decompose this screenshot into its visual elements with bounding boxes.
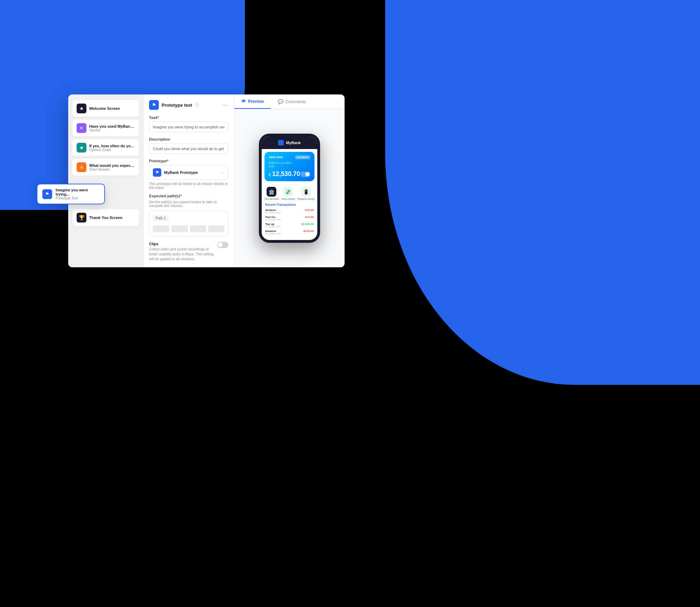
send-icon: 💸 (283, 187, 293, 197)
tab-comments[interactable]: 💬 Comments (271, 94, 313, 109)
request-icon: 📱 (301, 187, 311, 197)
transactions-section: Recent Transactions Amazoo 25 October 20… (262, 203, 317, 240)
how-often-icon: ★ (77, 143, 86, 153)
main-container: ★ Welcome Screen ✕ Have you used MyBank … (68, 94, 345, 267)
prototype-hint: This prototype will be linked to all mis… (149, 182, 228, 190)
prototype-name: MyBank Prototype (164, 170, 218, 175)
t4-name: Amazoo (265, 230, 281, 233)
path-placeholder-3 (190, 225, 206, 232)
request-label: Request money (297, 198, 314, 200)
currency-symbol: $ (269, 173, 271, 177)
t4-amount: -$235.00 (303, 230, 314, 235)
expected-paths-label: Expected path(s)* (149, 194, 228, 198)
floating-card-title: Imagine you were trying... (56, 188, 99, 196)
prototype-row[interactable]: ⚑ MyBank Prototype ··· (149, 165, 228, 180)
path-tag: Path 1 (153, 215, 169, 221)
expected-paths-hint: Set the path(s) you expect testers to ta… (149, 200, 228, 208)
preview-tabs: 👁 Preview 💬 Comments (234, 94, 345, 109)
prototype-label: Prototype* (149, 159, 228, 163)
app-logo (278, 140, 284, 146)
card-brand: MazeBank (295, 155, 310, 159)
flow-sidebar: ★ Welcome Screen ✕ Have you used MyBank … (68, 94, 143, 267)
flow-item-what-would[interactable]: ≡ What would you expect... Short Answer (72, 159, 139, 176)
tab-preview[interactable]: 👁 Preview (234, 94, 271, 109)
prototype-icon: ⚑ (153, 168, 161, 177)
quick-action-request[interactable]: 📱 Request money (297, 187, 314, 200)
middle-panel: ⚑ Prototype test ⓘ ··· Task* Description… (143, 94, 234, 267)
clips-desc: Collect video and screen recordings of t… (149, 247, 214, 262)
what-would-icon: ≡ (77, 162, 86, 172)
transaction-3: Top up 21 October 2022 $1,999.00 (265, 223, 314, 228)
clips-row: Clips Collect video and screen recording… (149, 242, 228, 262)
t3-amount: $1,999.00 (301, 223, 314, 228)
bank-card: Jane Doe MazeBank 8765 •••• •••• 4321 01… (264, 152, 314, 181)
card-name: Jane Doe (269, 155, 283, 159)
have-you-used-title: Have you used MyBank b... (89, 124, 135, 128)
flow-item-have-you-used[interactable]: ✕ Have you used MyBank b... Yes/No (72, 120, 139, 136)
path-placeholder-4 (208, 225, 225, 232)
thank-you-icon: 🏆 (77, 213, 86, 223)
t2-date: 23 October 2022 (265, 219, 281, 221)
floating-card-subtitle: Prototype Test (56, 196, 99, 200)
t2-amount: -$13.60 (304, 216, 314, 221)
right-panel: 👁 Preview 💬 Comments MyBank Jane (234, 94, 345, 267)
what-would-title: What would you expect... (89, 163, 135, 168)
prototype-more-button[interactable]: ··· (220, 170, 225, 175)
quick-action-account[interactable]: 🏦 Your Account (264, 187, 279, 200)
send-label: Send money (281, 198, 295, 200)
flow-item-thank-you[interactable]: 🏆 Thank You Screen (72, 209, 139, 226)
transaction-1: Amazoo 25 October 2022 -$79.00 (265, 209, 314, 214)
app-name: MyBank (286, 141, 300, 145)
card-toggle-knob (305, 172, 310, 176)
what-would-subtitle: Short Answer (89, 168, 135, 171)
toggle-knob (218, 242, 223, 247)
card-expiry: 01/27 (269, 165, 310, 168)
info-icon: ⓘ (195, 102, 199, 108)
card-number: 8765 •••• •••• 4321 (269, 161, 310, 164)
flow-item-welcome[interactable]: ★ Welcome Screen (72, 100, 139, 117)
floating-active-card[interactable]: ⚑ Imagine you were trying... Prototype T… (37, 184, 105, 204)
account-icon: 🏦 (267, 187, 276, 197)
paths-box[interactable]: Path 1 (149, 211, 228, 236)
clips-title: Clips (149, 242, 214, 246)
transaction-2: Taxi Co. 23 October 2022 -$13.60 (265, 216, 314, 221)
bg-blob-right (385, 0, 700, 385)
card-toggle[interactable] (300, 171, 310, 177)
panel-title: Prototype test (162, 103, 192, 108)
preview-icon: 👁 (241, 99, 246, 104)
path-placeholder-2 (171, 225, 188, 232)
have-you-used-icon: ✕ (77, 123, 86, 133)
thank-you-title: Thank You Screen (89, 216, 135, 220)
more-menu-button[interactable]: ··· (222, 101, 228, 109)
have-you-used-subtitle: Yes/No (89, 128, 135, 132)
transactions-title: Recent Transactions (265, 203, 314, 206)
task-label: Task* (149, 115, 228, 120)
how-often-subtitle: Opinion Scale (89, 148, 135, 152)
t1-date: 25 October 2022 (265, 212, 281, 214)
t1-name: Amazoo (265, 209, 281, 212)
t3-name: Top up (265, 223, 281, 226)
phone-mockup: MyBank Jane Doe MazeBank 8765 •••• •••• … (259, 134, 320, 243)
t1-amount: -$79.00 (304, 209, 314, 214)
panel-header: ⚑ Prototype test ⓘ ··· (149, 100, 228, 110)
welcome-icon: ★ (77, 104, 86, 113)
clips-toggle[interactable] (217, 242, 228, 248)
description-label: Description (149, 137, 228, 141)
how-often-title: If yes, how often do you... (89, 144, 135, 148)
account-label: Your Account (264, 198, 279, 200)
welcome-title: Welcome Screen (89, 106, 135, 111)
card-balance: 12,530.70 (272, 170, 300, 177)
preview-content: MyBank Jane Doe MazeBank 8765 •••• •••• … (234, 109, 345, 267)
transaction-4: Amazoo 15 October 2022 -$235.00 (265, 230, 314, 235)
floating-card-icon: ⚑ (42, 189, 52, 199)
panel-flag-icon: ⚑ (149, 100, 159, 110)
t3-date: 21 October 2022 (265, 226, 281, 228)
t4-date: 15 October 2022 (265, 233, 281, 235)
description-input[interactable] (149, 143, 228, 154)
phone-screen: MyBank Jane Doe MazeBank 8765 •••• •••• … (262, 136, 317, 240)
task-input[interactable] (149, 122, 228, 132)
path-placeholder-1 (153, 225, 169, 232)
comments-icon: 💬 (278, 99, 283, 104)
quick-action-send[interactable]: 💸 Send money (281, 187, 295, 200)
flow-item-how-often[interactable]: ★ If yes, how often do you... Opinion Sc… (72, 139, 139, 156)
